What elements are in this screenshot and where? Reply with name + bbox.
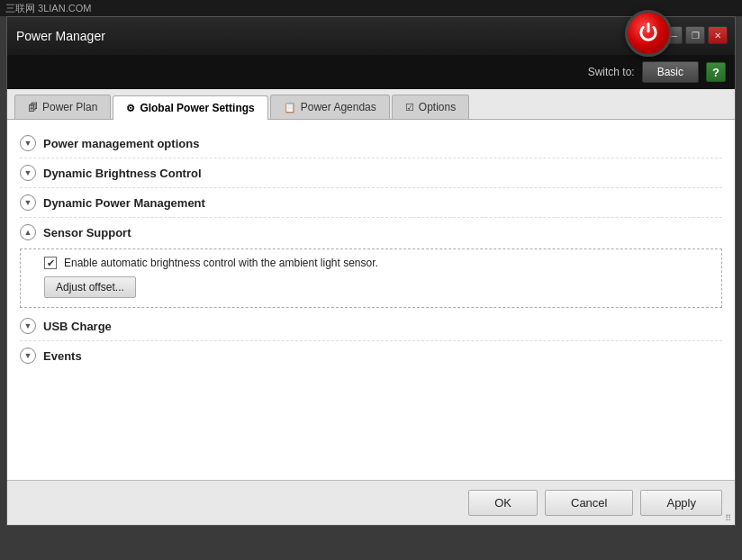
footer: OK Cancel Apply — [7, 480, 735, 525]
section-usb-charge[interactable]: ▼ USB Charge — [20, 312, 722, 341]
window-title: Power Manager — [16, 29, 105, 43]
checkbox-row: ✔ Enable automatic brightness control wi… — [44, 257, 710, 269]
tabs-bar: 🗐 Power Plan ⚙ Global Power Settings 📋 P… — [7, 89, 735, 120]
apply-button[interactable]: Apply — [640, 490, 722, 516]
global-settings-tab-icon: ⚙ — [126, 103, 135, 114]
chevron-icon-usb: ▼ — [20, 318, 36, 334]
chevron-icon-brightness: ▼ — [20, 165, 36, 181]
switch-to-label: Switch to: — [588, 66, 635, 78]
watermark-text: 三联网 3LIAN.COM — [5, 2, 91, 15]
chevron-icon-power-management: ▼ — [20, 135, 36, 151]
ambient-light-checkbox[interactable]: ✔ — [44, 257, 57, 269]
tab-options-label: Options — [419, 101, 456, 113]
adjust-offset-button[interactable]: Adjust offset... — [44, 276, 136, 298]
window-controls: — ❐ ✕ — [663, 26, 728, 44]
tab-global-power-settings-label: Global Power Settings — [140, 102, 254, 114]
tab-power-plan-label: Power Plan — [42, 101, 97, 113]
ambient-light-label: Enable automatic brightness control with… — [64, 257, 378, 269]
title-bar: Power Manager — ❐ ✕ — [7, 17, 735, 55]
tab-power-agendas-label: Power Agendas — [301, 101, 376, 113]
resize-corner: ⠿ — [725, 513, 731, 523]
header-bar: Switch to: Basic ? — [7, 55, 735, 89]
section-events[interactable]: ▼ Events — [20, 341, 722, 370]
section-power-management-options[interactable]: ▼ Power management options — [20, 129, 722, 158]
power-plan-tab-icon: 🗐 — [28, 102, 38, 113]
chevron-icon-events: ▼ — [20, 348, 36, 364]
restore-button[interactable]: ❐ — [685, 26, 705, 44]
basic-button[interactable]: Basic — [642, 61, 699, 83]
section-label-power-management: Power management options — [43, 137, 199, 150]
section-label-events: Events — [43, 349, 82, 363]
tab-power-plan[interactable]: 🗐 Power Plan — [14, 95, 111, 119]
section-dynamic-brightness-control[interactable]: ▼ Dynamic Brightness Control — [20, 158, 722, 188]
tab-options[interactable]: ☑ Options — [392, 95, 469, 119]
section-dynamic-power-management[interactable]: ▼ Dynamic Power Management — [20, 188, 722, 218]
section-label-brightness: Dynamic Brightness Control — [43, 167, 202, 180]
section-label-usb: USB Charge — [43, 320, 112, 333]
section-sensor-support[interactable]: ▲ Sensor Support — [20, 218, 722, 247]
options-tab-icon: ☑ — [405, 102, 414, 113]
main-window: Power Manager — ❐ ✕ Switch to: Basic ? — [6, 16, 736, 526]
power-icon — [625, 10, 672, 57]
chevron-icon-sensor: ▲ — [20, 224, 36, 240]
content-area: ▼ Power management options ▼ Dynamic Bri… — [7, 120, 735, 480]
tab-global-power-settings[interactable]: ⚙ Global Power Settings — [113, 95, 267, 120]
power-agendas-tab-icon: 📋 — [284, 102, 296, 113]
section-label-power-mgmt: Dynamic Power Management — [43, 196, 205, 210]
help-button[interactable]: ? — [706, 62, 726, 82]
sensor-support-content: ✔ Enable automatic brightness control wi… — [20, 248, 722, 308]
ok-button[interactable]: OK — [468, 490, 538, 516]
section-label-sensor: Sensor Support — [43, 226, 131, 239]
watermark-bar: 三联网 3LIAN.COM — [0, 0, 742, 16]
cancel-button[interactable]: Cancel — [545, 490, 633, 516]
tab-power-agendas[interactable]: 📋 Power Agendas — [270, 95, 390, 119]
chevron-icon-power-mgmt: ▼ — [20, 194, 36, 211]
close-button[interactable]: ✕ — [708, 26, 728, 44]
